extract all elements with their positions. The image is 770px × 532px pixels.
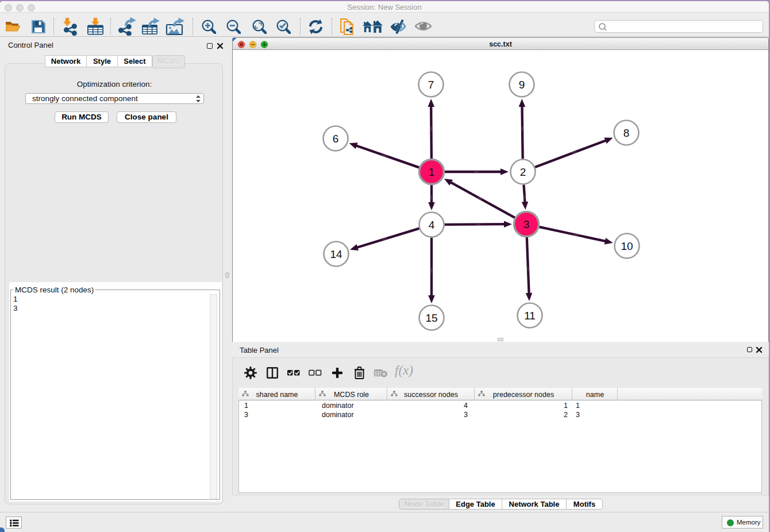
svg-text:2: 2	[520, 166, 526, 178]
svg-text:8: 8	[623, 127, 630, 139]
svg-text:10: 10	[621, 240, 633, 252]
svg-text:15: 15	[425, 312, 437, 324]
svg-text:6: 6	[333, 133, 339, 145]
svg-text:9: 9	[519, 79, 525, 91]
svg-text:3: 3	[523, 218, 530, 230]
svg-text:7: 7	[428, 79, 434, 91]
svg-text:14: 14	[330, 248, 342, 260]
svg-text:4: 4	[429, 219, 435, 231]
svg-text:11: 11	[524, 310, 536, 322]
svg-text:1: 1	[429, 166, 435, 178]
